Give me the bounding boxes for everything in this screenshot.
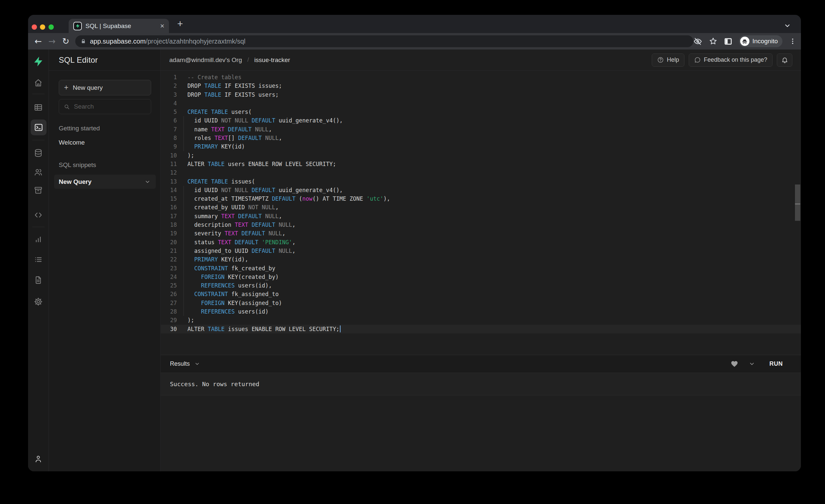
code-line[interactable]: 25 REFERENCES users(id), — [161, 281, 801, 290]
breadcrumb-org[interactable]: adam@windmill.dev's Org — [169, 57, 242, 64]
sql-code-editor[interactable]: 1-- Create tables2DROP TABLE IF EXISTS i… — [161, 71, 801, 355]
line-number: 16 — [161, 203, 177, 212]
address-bar[interactable]: app.supabase.com/project/azahtnhqohyjerz… — [75, 35, 693, 47]
indent-guide — [183, 238, 184, 246]
code-text: id UUID NOT NULL DEFAULT uuid_generate_v… — [177, 186, 343, 195]
reload-button[interactable]: ↻ — [59, 37, 73, 46]
supabase-logo[interactable] — [33, 56, 44, 67]
sidebar-section-header: SQL snippets — [59, 161, 150, 169]
search-placeholder: Search — [74, 103, 94, 110]
code-line[interactable]: 29); — [161, 316, 801, 325]
code-line[interactable]: 20 status TEXT DEFAULT 'PENDING', — [161, 238, 801, 246]
eye-off-icon[interactable] — [693, 37, 702, 46]
code-line[interactable]: 12 — [161, 168, 801, 177]
code-line[interactable]: 13CREATE TABLE issues( — [161, 177, 801, 186]
sidebar-item-storage[interactable] — [34, 186, 43, 195]
code-line[interactable]: 23 CONSTRAINT fk_created_by — [161, 264, 801, 273]
chevron-down-icon[interactable] — [195, 361, 200, 367]
code-line[interactable]: 17 summary TEXT DEFAULT NULL, — [161, 212, 801, 220]
new-tab-button[interactable]: + — [177, 18, 183, 29]
code-line[interactable]: 1-- Create tables — [161, 73, 801, 81]
more-vertical-icon[interactable] — [789, 38, 796, 45]
side-panel-icon[interactable] — [724, 37, 732, 46]
tab-close-icon[interactable]: × — [160, 22, 164, 30]
star-icon[interactable] — [709, 37, 718, 46]
run-button[interactable]: RUN — [769, 360, 783, 367]
notifications-button[interactable] — [777, 54, 792, 67]
code-line[interactable]: 27 FOREIGN KEY(assigned_to) — [161, 299, 801, 307]
rail-divider — [32, 140, 45, 140]
line-number: 14 — [161, 186, 177, 195]
code-line[interactable]: 21 assigned_to UUID DEFAULT NULL, — [161, 246, 801, 255]
search-input[interactable]: Search — [59, 99, 151, 114]
code-line[interactable]: 18 description TEXT DEFAULT NULL, — [161, 220, 801, 229]
code-line[interactable]: 14 id UUID NOT NULL DEFAULT uuid_generat… — [161, 186, 801, 195]
line-number: 13 — [161, 177, 177, 186]
code-text: DROP TABLE IF EXISTS issues; — [177, 81, 282, 90]
code-line[interactable]: 9 PRIMARY KEY(id) — [161, 142, 801, 151]
line-number: 5 — [161, 107, 177, 116]
sidebar-item-api-docs[interactable] — [34, 276, 43, 285]
sidebar-item-sql-editor[interactable] — [31, 120, 47, 135]
page-title: SQL Editor — [59, 56, 98, 65]
code-line[interactable]: 4 — [161, 99, 801, 107]
results-dropdown[interactable]: Results — [170, 360, 190, 367]
code-line[interactable]: 28 REFERENCES users(id) — [161, 307, 801, 316]
sidebar-item-authentication[interactable] — [34, 168, 43, 176]
sidebar-item-logs[interactable] — [34, 255, 43, 264]
line-number: 15 — [161, 195, 177, 203]
code-line[interactable]: 26 CONSTRAINT fk_assigned_to — [161, 290, 801, 298]
back-button[interactable]: ← — [31, 37, 45, 46]
code-text: roles TEXT[] DEFAULT NULL, — [177, 134, 282, 142]
line-number: 24 — [161, 273, 177, 281]
close-window-button[interactable] — [32, 24, 37, 30]
sidebar-item-table-editor[interactable] — [34, 103, 43, 112]
code-line[interactable]: 19 severity TEXT DEFAULT NULL, — [161, 229, 801, 238]
code-line[interactable]: 7 name TEXT DEFAULT NULL, — [161, 125, 801, 134]
line-number: 25 — [161, 281, 177, 290]
zoom-window-button[interactable] — [49, 24, 54, 30]
tab-strip: SQL | Supabase × + — [28, 15, 801, 33]
indent-guide — [183, 142, 184, 151]
code-line[interactable]: 6 id UUID NOT NULL DEFAULT uuid_generate… — [161, 116, 801, 125]
sidebar-item-new-query[interactable]: New Query — [54, 174, 156, 189]
code-line[interactable]: 5CREATE TABLE users( — [161, 107, 801, 116]
browser-tab[interactable]: SQL | Supabase × — [69, 19, 169, 33]
sidebar-item-settings[interactable] — [34, 297, 43, 306]
breadcrumb-project[interactable]: issue-tracker — [254, 57, 290, 64]
code-text: description TEXT DEFAULT NULL, — [177, 220, 296, 229]
sidebar-item-edge-functions[interactable] — [34, 211, 43, 219]
code-line[interactable]: 2DROP TABLE IF EXISTS issues; — [161, 81, 801, 90]
code-line[interactable]: 3DROP TABLE IF EXISTS users; — [161, 90, 801, 99]
code-line[interactable]: 10); — [161, 151, 801, 160]
code-line[interactable]: 15 created_at TIMESTAMPTZ DEFAULT (now()… — [161, 195, 801, 203]
gear-icon — [34, 297, 43, 306]
minimize-window-button[interactable] — [40, 24, 45, 30]
code-text: CONSTRAINT fk_created_by — [177, 264, 275, 273]
account-button[interactable] — [34, 454, 43, 463]
code-line[interactable]: 11ALTER TABLE users ENABLE ROW LEVEL SEC… — [161, 160, 801, 168]
code-line[interactable]: 24 FOREIGN KEY(created_by) — [161, 273, 801, 281]
sidebar-item-reports[interactable] — [34, 235, 43, 244]
code-line[interactable]: 22 PRIMARY KEY(id), — [161, 255, 801, 264]
run-options-chevron-icon[interactable] — [749, 361, 755, 367]
code-line[interactable]: 30ALTER TABLE issues ENABLE ROW LEVEL SE… — [161, 325, 801, 333]
sidebar-item-welcome[interactable]: Welcome — [59, 139, 150, 146]
code-text: ); — [177, 151, 194, 160]
feedback-button[interactable]: Feedback on this page? — [689, 54, 772, 67]
favorite-heart-icon[interactable] — [731, 360, 738, 368]
code-text: REFERENCES users(id), — [177, 281, 272, 290]
editor-scrollbar[interactable] — [795, 185, 800, 221]
new-query-button[interactable]: + New query — [59, 80, 151, 95]
code-line[interactable]: 16 created_by UUID NOT NULL, — [161, 203, 801, 212]
help-button[interactable]: Help — [652, 54, 684, 67]
code-line[interactable]: 8 roles TEXT[] DEFAULT NULL, — [161, 134, 801, 142]
incognito-badge[interactable]: Incognito — [739, 35, 782, 47]
code-text: created_by UUID NOT NULL, — [177, 203, 279, 212]
sidebar-item-home[interactable] — [34, 79, 43, 87]
sidebar-sections: Getting startedWelcomeSQL snippetsNew Qu… — [59, 125, 150, 189]
sidebar-item-database[interactable] — [34, 149, 43, 157]
forward-button[interactable]: → — [45, 37, 59, 46]
tab-search-chevron-icon[interactable] — [784, 22, 791, 29]
url-host: app.supabase.com — [90, 38, 146, 45]
